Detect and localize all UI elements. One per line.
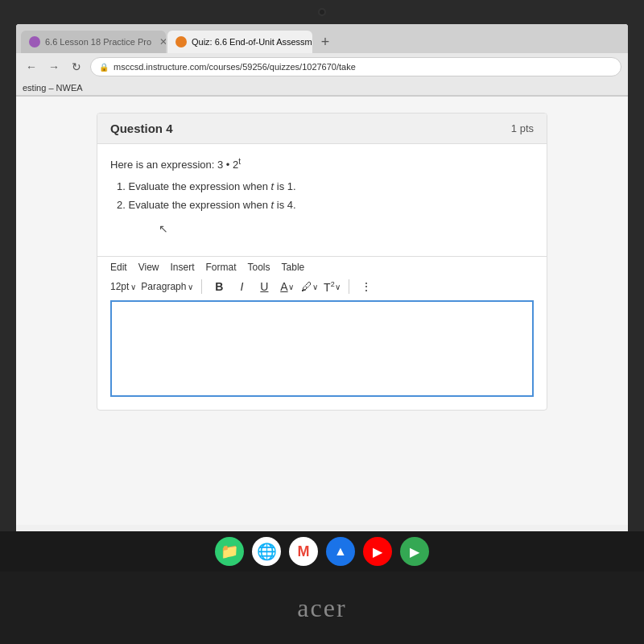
bottom-bezel: acer <box>0 572 644 644</box>
bookmarks-bar: esting – NWEA <box>16 80 628 96</box>
tab-icon-quiz <box>175 36 187 47</box>
tab-lesson[interactable]: 6.6 Lesson 18 Practice Pro ✕ <box>21 31 166 53</box>
webcam <box>318 8 326 16</box>
tab-bar: 6.6 Lesson 18 Practice Pro ✕ Quiz: 6.6 E… <box>16 24 628 53</box>
lock-icon: 🔒 <box>99 63 109 72</box>
highlight-label: 🖊 <box>301 280 312 293</box>
address-bar-row: ← → ↻ 🔒 msccsd.instructure.com/courses/5… <box>16 53 628 80</box>
item1-text-after: is 1. <box>274 180 295 192</box>
superscript-label: T2 <box>324 280 335 294</box>
toolbar-divider-1 <box>201 279 202 294</box>
forward-button[interactable]: → <box>45 58 63 76</box>
chrome-taskbar-icon[interactable]: 🌐 <box>252 537 281 566</box>
tab-quiz[interactable]: Quiz: 6.6 End-of-Unit Assessme ✕ <box>167 31 312 53</box>
highlight-button[interactable]: 🖊∨ <box>300 278 318 295</box>
new-tab-button[interactable]: + <box>314 31 336 53</box>
question-title: Question 4 <box>110 122 173 135</box>
question-body: Here is an expression: 3 • 2t 1. Evaluat… <box>97 144 547 256</box>
cursor-area: ↖ <box>110 217 534 243</box>
tab-icon-lesson <box>29 36 40 47</box>
font-color-label: A <box>280 280 287 293</box>
item2-text-after: is 4. <box>274 199 295 211</box>
chrome-icon: 🌐 <box>257 542 277 561</box>
item2-text-before: Evaluate the expression when <box>128 199 270 211</box>
expression-exponent: t <box>238 157 241 166</box>
underline-button[interactable]: U <box>255 278 273 295</box>
tab-label-quiz: Quiz: 6.6 End-of-Unit Assessme <box>192 37 312 47</box>
superscript-button[interactable]: T2∨ <box>323 278 341 295</box>
browser-chrome: 6.6 Lesson 18 Practice Pro ✕ Quiz: 6.6 E… <box>16 24 628 97</box>
expression-prefix: Here is an expression: 3 • 2 <box>110 159 238 171</box>
youtube-icon: ▶ <box>373 544 382 559</box>
paragraph-select[interactable]: Paragraph ∨ <box>141 281 193 292</box>
toolbar-menu: Edit View Insert Format Tools Table <box>110 262 534 273</box>
toolbar-buttons: 12pt ∨ Paragraph ∨ B I U A∨ <box>110 278 534 295</box>
page-content: Question 4 1 pts Here is an expression: … <box>16 97 628 525</box>
screen: 6.6 Lesson 18 Practice Pro ✕ Quiz: 6.6 E… <box>16 24 628 539</box>
tab-label-lesson: 6.6 Lesson 18 Practice Pro <box>45 37 151 47</box>
item2-number: 2. <box>117 199 126 211</box>
tab-close-lesson[interactable]: ✕ <box>159 36 166 47</box>
font-size-chevron: ∨ <box>130 283 136 291</box>
bookmark-label: esting – NWEA <box>23 83 83 93</box>
question-expression: Here is an expression: 3 • 2t <box>110 157 534 171</box>
brand-name: acer <box>297 593 346 623</box>
italic-button[interactable]: I <box>233 278 250 295</box>
youtube-taskbar-icon[interactable]: ▶ <box>363 537 392 566</box>
item1-text-before: Evaluate the expression when <box>128 180 270 192</box>
taskbar: 📁 🌐 M ▲ ▶ ▶ <box>0 531 644 572</box>
address-field[interactable]: 🔒 msccsd.instructure.com/courses/59256/q… <box>90 57 621 76</box>
toolbar-divider-2 <box>349 279 349 294</box>
gmail-taskbar-icon[interactable]: M <box>289 537 318 566</box>
menu-tools[interactable]: Tools <box>248 262 270 273</box>
font-size-label: 12pt <box>110 281 129 292</box>
play-taskbar-icon[interactable]: ▶ <box>400 537 429 566</box>
reload-button[interactable]: ↻ <box>68 58 85 76</box>
paragraph-label: Paragraph <box>141 281 186 292</box>
superscript-chevron: ∨ <box>335 283 341 291</box>
question-card: Question 4 1 pts Here is an expression: … <box>97 113 547 411</box>
menu-view[interactable]: View <box>138 262 159 273</box>
gmail-icon: M <box>298 543 310 560</box>
question-item-2: 2. Evaluate the expression when t is 4. <box>110 199 534 211</box>
question-header: Question 4 1 pts <box>97 114 547 144</box>
item1-number: 1. <box>117 180 126 192</box>
address-text: msccsd.instructure.com/courses/59256/qui… <box>114 62 356 72</box>
drive-icon: ▲ <box>334 544 347 559</box>
files-taskbar-icon[interactable]: 📁 <box>215 537 244 566</box>
laptop-outer: 6.6 Lesson 18 Practice Pro ✕ Quiz: 6.6 E… <box>0 0 644 644</box>
font-color-button[interactable]: A∨ <box>278 278 295 295</box>
menu-format[interactable]: Format <box>206 262 237 273</box>
menu-edit[interactable]: Edit <box>110 262 127 273</box>
files-icon: 📁 <box>221 543 238 560</box>
highlight-chevron: ∨ <box>312 283 318 291</box>
editor-toolbar: Edit View Insert Format Tools Table 12pt… <box>97 256 547 300</box>
font-size-select[interactable]: 12pt ∨ <box>110 281 136 292</box>
question-item-1: 1. Evaluate the expression when t is 1. <box>110 180 534 192</box>
play-store-icon: ▶ <box>410 544 419 559</box>
drive-taskbar-icon[interactable]: ▲ <box>326 537 355 566</box>
menu-insert[interactable]: Insert <box>170 262 194 273</box>
font-color-chevron: ∨ <box>288 283 294 291</box>
answer-area[interactable] <box>110 300 534 397</box>
paragraph-chevron: ∨ <box>188 283 193 291</box>
menu-table[interactable]: Table <box>282 262 305 273</box>
more-button[interactable]: ⋮ <box>357 278 375 295</box>
bold-button[interactable]: B <box>210 278 228 295</box>
back-button[interactable]: ← <box>23 58 40 76</box>
question-pts: 1 pts <box>511 122 534 134</box>
